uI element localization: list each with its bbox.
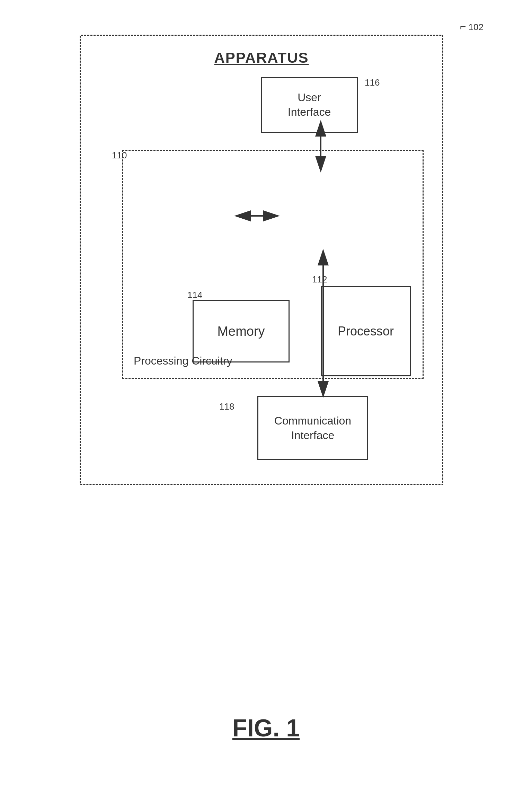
- figure-label: FIG. 1: [232, 714, 300, 742]
- memory-label: Memory: [217, 324, 265, 339]
- processing-circuitry-label: Processing Circuitry: [134, 355, 232, 367]
- user-interface-box: UserInterface: [261, 77, 358, 133]
- apparatus-box: APPARATUS UserInterface 116 114 Memory 1…: [80, 35, 443, 485]
- apparatus-title: APPARATUS: [214, 50, 309, 66]
- ref-116: 116: [365, 77, 380, 88]
- communication-interface-label: CommunicationInterface: [274, 414, 351, 443]
- ref-110: 110: [112, 150, 127, 161]
- diagram-area: APPARATUS UserInterface 116 114 Memory 1…: [52, 14, 480, 534]
- ref-102: ⌐ 102: [460, 21, 484, 33]
- ref-114: 114: [187, 290, 202, 300]
- processing-circuitry-box: 114 Memory 112 Processor Processing Circ…: [122, 150, 424, 379]
- processor-label: Processor: [338, 324, 394, 339]
- user-interface-label: UserInterface: [288, 90, 331, 119]
- memory-box: Memory: [193, 300, 290, 362]
- ref-118: 118: [219, 401, 234, 412]
- communication-interface-box: CommunicationInterface: [257, 396, 368, 460]
- ref-112: 112: [312, 274, 327, 285]
- processor-box: Processor: [321, 286, 411, 376]
